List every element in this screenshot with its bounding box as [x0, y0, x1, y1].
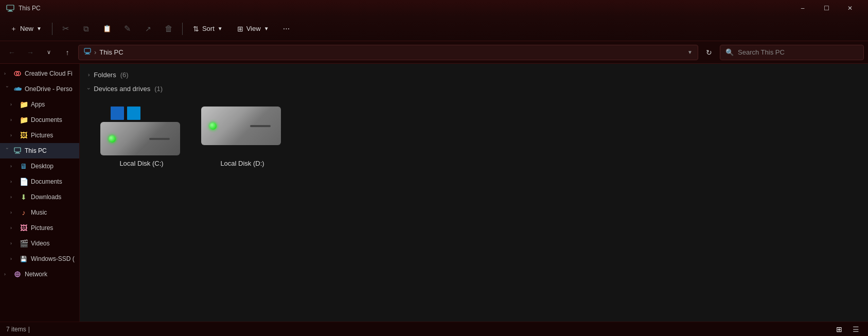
rename-button[interactable]: ✎	[118, 20, 137, 38]
sort-label: Sort	[202, 25, 215, 32]
pictures-icon: 🖼	[20, 224, 28, 232]
sidebar-item-this-pc[interactable]: › This PC	[0, 143, 79, 158]
folders-chevron-icon: ›	[88, 72, 90, 78]
devices-count: (1)	[154, 85, 163, 93]
expand-arrow-apps: ›	[10, 102, 16, 107]
svg-rect-3	[84, 48, 91, 52]
cut-icon: ✂	[62, 24, 69, 33]
devices-section-header[interactable]: › Devices and drives (1)	[88, 82, 860, 96]
drive-c-label: Local Disk (C:)	[119, 160, 163, 167]
view-dropdown-icon: ▼	[264, 26, 269, 31]
network-icon	[13, 270, 22, 278]
sort-button[interactable]: ⇅ Sort ▼	[187, 20, 229, 38]
sidebar-item-label-videos: Videos	[31, 240, 75, 247]
close-button[interactable]: ✕	[838, 0, 862, 16]
maximize-button[interactable]: ☐	[814, 0, 838, 16]
sidebar-item-desktop[interactable]: › 🖥 Desktop	[0, 158, 79, 174]
content-area: › Folders (6) › Devices and drives (1)	[80, 64, 868, 322]
sidebar-item-music[interactable]: › ♪ Music	[0, 205, 79, 220]
toolbar: ＋ New ▼ ✂ ⧉ 📋 ✎ ↗ 🗑 ⇅ Sort ▼ ⊞ View ▼ ··…	[0, 16, 868, 41]
drive-d[interactable]: Local Disk (D:)	[197, 100, 288, 171]
back-button[interactable]: ←	[4, 45, 20, 60]
back-icon: ←	[8, 48, 15, 57]
sidebar-item-label-onedrive: OneDrive - Perso	[25, 85, 75, 93]
sidebar-item-creative-cloud[interactable]: › Creative Cloud Fi	[0, 66, 79, 81]
status-separator: |	[28, 326, 30, 333]
docs-od-folder-icon: 📁	[20, 116, 28, 124]
svg-rect-5	[85, 54, 90, 55]
sidebar-item-pictures[interactable]: › 🖼 Pictures	[0, 220, 79, 236]
drive-c-body	[100, 122, 180, 155]
drive-d-slot	[250, 125, 271, 127]
sidebar-item-downloads[interactable]: › ⬇ Downloads	[0, 189, 79, 205]
share-button[interactable]: ↗	[139, 20, 157, 38]
cut-button[interactable]: ✂	[57, 20, 75, 38]
expand-arrow-desktop: ›	[10, 164, 16, 169]
search-input[interactable]	[738, 48, 858, 56]
sidebar-item-label-ssd: Windows-SSD (	[31, 255, 75, 262]
drive-c-visual	[100, 104, 183, 155]
sidebar-item-label-this-pc: This PC	[25, 147, 75, 154]
expand-arrow-pics-od: ›	[10, 133, 16, 138]
delete-button[interactable]: 🗑	[160, 20, 178, 38]
sidebar-item-apps[interactable]: › 📁 Apps	[0, 97, 79, 112]
new-icon: ＋	[10, 24, 17, 33]
copy-button[interactable]: ⧉	[77, 20, 96, 38]
sidebar-item-label-pics-od: Pictures	[31, 132, 75, 139]
sidebar-item-onedrive[interactable]: › OneDrive - Perso	[0, 81, 79, 97]
up-button[interactable]: ↑	[60, 45, 75, 60]
view-icon: ⊞	[237, 25, 243, 33]
view-button[interactable]: ⊞ View ▼	[231, 20, 275, 38]
new-button[interactable]: ＋ New ▼	[4, 20, 48, 38]
grid-view-button[interactable]: ⊞	[833, 323, 845, 335]
drives-grid: Local Disk (C:) Local Disk (D:)	[88, 96, 860, 180]
forward-button[interactable]: →	[23, 45, 38, 60]
expand-arrow-pictures: ›	[10, 225, 16, 231]
sidebar-item-documents[interactable]: › 📄 Documents	[0, 174, 79, 189]
svg-rect-4	[86, 53, 89, 54]
more-button[interactable]: ···	[277, 20, 296, 38]
share-icon: ↗	[145, 25, 151, 33]
devices-section-title: Devices and drives	[94, 85, 150, 93]
refresh-button[interactable]: ↻	[701, 45, 717, 60]
drive-c[interactable]: Local Disk (C:)	[96, 100, 187, 171]
delete-icon: 🗑	[165, 24, 173, 33]
svg-rect-1	[9, 10, 12, 11]
videos-icon: 🎬	[20, 239, 28, 247]
sidebar-item-pictures-od[interactable]: › 🖼 Pictures	[0, 128, 79, 143]
music-icon: ♪	[20, 208, 28, 217]
paste-button[interactable]: 📋	[98, 20, 116, 38]
expand-arrow-docs-od: ›	[10, 117, 16, 122]
view-label: View	[246, 25, 261, 32]
forward-icon: →	[27, 48, 34, 57]
list-view-button[interactable]: ☰	[849, 323, 862, 335]
folders-section-header[interactable]: › Folders (6)	[88, 68, 860, 82]
sidebar-item-videos[interactable]: › 🎬 Videos	[0, 236, 79, 251]
sidebar-item-documents-od[interactable]: › 📁 Documents	[0, 112, 79, 128]
onedrive-icon	[13, 85, 22, 93]
sidebar-item-label-music: Music	[31, 209, 75, 216]
title-bar-controls: – ☐ ✕	[791, 0, 862, 16]
sidebar-item-label-docs-od: Documents	[31, 116, 75, 123]
drive-c-light	[109, 135, 116, 143]
path-label: This PC	[99, 48, 123, 56]
this-pc-icon	[13, 147, 22, 155]
grid-view-icon: ⊞	[836, 325, 842, 333]
expand-arrow-videos: ›	[10, 241, 16, 246]
ssd-icon: 💾	[20, 255, 28, 263]
minimize-button[interactable]: –	[791, 0, 814, 16]
sidebar-item-label-desktop: Desktop	[31, 163, 75, 170]
sort-icon: ⇅	[193, 25, 199, 33]
sidebar-item-network[interactable]: › Network	[0, 267, 79, 282]
recent-locations-button[interactable]: ∨	[41, 45, 57, 60]
search-box[interactable]: 🔍	[720, 45, 864, 60]
expand-arrow-ssd: ›	[10, 256, 16, 261]
sidebar-item-label-network: Network	[25, 271, 75, 278]
address-path[interactable]: › This PC ▼	[78, 45, 698, 60]
refresh-icon: ↻	[706, 48, 712, 57]
svg-rect-10	[15, 153, 20, 154]
main-layout: › Creative Cloud Fi › OneDrive - Perso ›	[0, 64, 868, 322]
up-icon: ↑	[66, 48, 69, 57]
documents-icon: 📄	[20, 178, 28, 186]
sidebar-item-windows-ssd[interactable]: › 💾 Windows-SSD (	[0, 251, 79, 267]
